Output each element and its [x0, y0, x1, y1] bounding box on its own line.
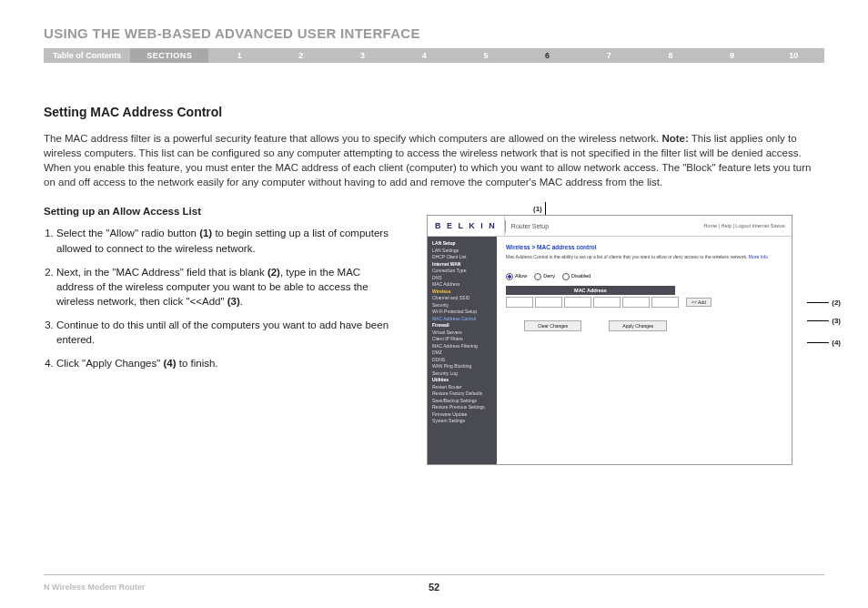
- shot-mac-cell[interactable]: [506, 297, 533, 308]
- intro-paragraph: The MAC address filter is a powerful sec…: [44, 132, 824, 189]
- nav-toc[interactable]: Table of Contents: [44, 48, 130, 63]
- shot-mac-cell[interactable]: [564, 297, 591, 308]
- step-3: Continue to do this until all of the com…: [56, 318, 400, 347]
- callout-4: (4): [807, 339, 841, 347]
- steps-column: Setting up an Allow Access List Select t…: [44, 206, 400, 465]
- nav-10[interactable]: 10: [762, 48, 824, 63]
- callout-1: (1): [533, 202, 546, 215]
- nav-6[interactable]: 6: [517, 48, 579, 63]
- callout-2: (2): [807, 299, 841, 307]
- nav-sections-label: SECTIONS: [130, 48, 208, 63]
- step-2: Next, in the "MAC Address" field that is…: [56, 265, 400, 309]
- nav-5[interactable]: 5: [455, 48, 517, 63]
- shot-radio-deny[interactable]: Deny: [534, 273, 555, 280]
- nav-1[interactable]: 1: [208, 48, 270, 63]
- page-header: USING THE WEB-BASED ADVANCED USER INTERF…: [44, 25, 824, 41]
- shot-mac-cell[interactable]: [622, 297, 650, 308]
- shot-sidebar: LAN Setup LAN Settings DHCP Client List …: [428, 237, 497, 464]
- callout-3: (3): [807, 317, 841, 325]
- nav-7[interactable]: 7: [578, 48, 640, 63]
- shot-main: Wireless > MAC address control Mac Addre…: [497, 237, 792, 464]
- shot-mac-cell[interactable]: [651, 297, 679, 308]
- shot-mac-table: MAC Address << Add: [506, 286, 782, 308]
- shot-top-links: Home | Help | Logout Internet Status:: [703, 223, 792, 228]
- shot-more-info[interactable]: More Info: [749, 254, 768, 259]
- step-4: Click "Apply Changes" (4) to finish.: [56, 356, 400, 370]
- shot-radio-allow[interactable]: Allow: [506, 273, 527, 280]
- shot-mac-cell[interactable]: [593, 297, 621, 308]
- steps-list: Select the "Allow" radio button (1) to b…: [44, 226, 400, 370]
- shot-radio-group: Allow Deny Disabled: [506, 273, 782, 280]
- footer-page-number: 52: [429, 582, 439, 593]
- shot-router-setup: Router Setup: [505, 220, 549, 232]
- page-footer: N Wireless Modem Router 52: [44, 574, 824, 592]
- nav-9[interactable]: 9: [701, 48, 763, 63]
- footer-product: N Wireless Modem Router: [44, 583, 145, 592]
- shot-apply-button[interactable]: Apply Changes: [609, 320, 667, 331]
- shot-mac-header: MAC Address: [506, 286, 675, 295]
- shot-desc: Mac Address Control is the ability to se…: [506, 254, 782, 260]
- nav-8[interactable]: 8: [640, 48, 701, 63]
- intro-text-a: The MAC address filter is a powerful sec…: [44, 133, 661, 144]
- subheading: Setting up an Allow Access List: [44, 206, 400, 217]
- nav-4[interactable]: 4: [393, 48, 455, 63]
- shot-mac-cell[interactable]: [535, 297, 562, 308]
- shot-add-button[interactable]: << Add: [686, 298, 712, 307]
- shot-breadcrumb: Wireless > MAC address control: [506, 244, 782, 250]
- intro-note-label: Note:: [661, 133, 688, 144]
- section-nav: Table of Contents SECTIONS 1 2 3 4 5 6 7…: [44, 48, 824, 63]
- nav-3[interactable]: 3: [332, 48, 394, 63]
- step-1: Select the "Allow" radio button (1) to b…: [56, 226, 400, 255]
- nav-2[interactable]: 2: [270, 48, 332, 63]
- router-screenshot: B E L K I N Router Setup Home | Help | L…: [427, 215, 792, 465]
- screenshot-column: (1) B E L K I N Router Setup Home | Help…: [424, 206, 824, 465]
- shot-radio-disabled[interactable]: Disabled: [562, 273, 590, 280]
- shot-logo: B E L K I N: [428, 216, 505, 236]
- section-title: Setting MAC Address Control: [44, 105, 824, 119]
- shot-clear-button[interactable]: Clear Changes: [524, 320, 581, 331]
